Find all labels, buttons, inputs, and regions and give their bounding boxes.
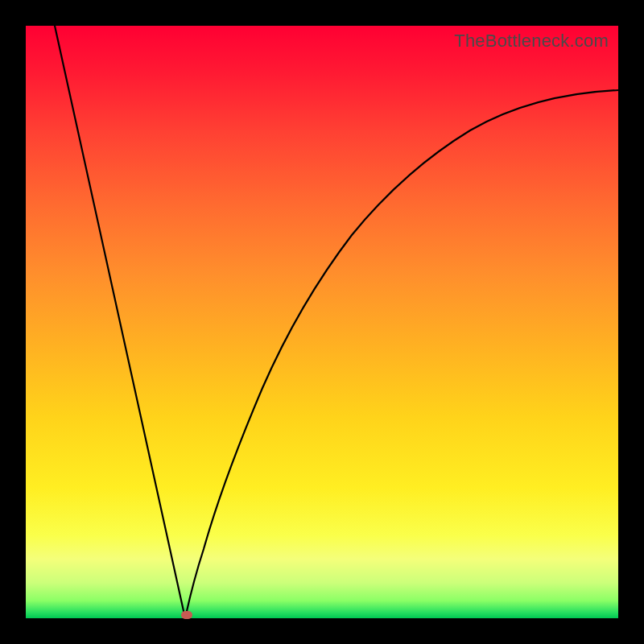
plot-area: TheBottleneck.com <box>26 26 618 618</box>
curve-right-arm <box>185 90 618 618</box>
bottleneck-curve <box>26 26 618 618</box>
chart-frame: TheBottleneck.com <box>0 0 644 644</box>
curve-left-arm <box>55 26 185 618</box>
optimum-marker <box>181 611 192 619</box>
